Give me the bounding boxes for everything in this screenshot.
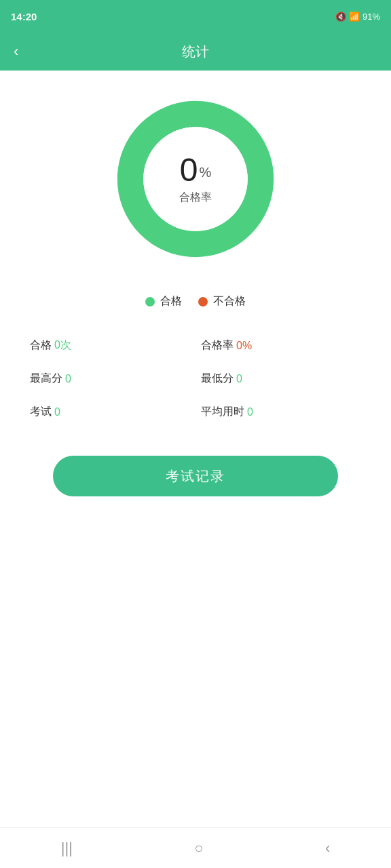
- percent-sign: %: [199, 164, 211, 179]
- legend-fail: 不合格: [198, 294, 246, 309]
- pass-label: 合格: [160, 294, 182, 309]
- fail-dot: [198, 297, 208, 307]
- pass-dot: [145, 297, 155, 307]
- percentage-value: 0: [180, 152, 198, 188]
- stat-pass-count: 合格 0次: [24, 329, 196, 362]
- stat-pass-rate: 合格率 0%: [196, 329, 367, 362]
- donut-center-text: 0% 合格率: [179, 154, 212, 205]
- fail-label: 不合格: [213, 294, 246, 309]
- exam-records-button[interactable]: 考试记录: [53, 456, 338, 496]
- status-icons: 🔇 📶 91%: [335, 12, 380, 22]
- back-button[interactable]: ‹: [14, 44, 18, 59]
- main-content: 0% 合格率 合格 不合格 合格 0次 合格率 0% 最高分 0 最低分: [0, 71, 391, 827]
- stats-grid: 合格 0次 合格率 0% 最高分 0 最低分 0 考试 0 平均用时 0: [24, 329, 367, 429]
- percent-label: 合格率: [179, 191, 212, 205]
- stat-exam-count: 考试 0: [24, 395, 196, 429]
- legend: 合格 不合格: [145, 294, 246, 309]
- mute-icon: 🔇: [335, 12, 346, 22]
- donut-chart: 0% 合格率: [114, 98, 277, 260]
- nav-bar: ‹ 统计: [0, 33, 391, 71]
- wifi-icon: 📶: [349, 12, 360, 22]
- page-title: 统计: [182, 43, 209, 61]
- legend-pass: 合格: [145, 294, 182, 309]
- battery-icon: 91%: [362, 12, 380, 22]
- stat-lowest-score: 最低分 0: [196, 362, 367, 395]
- bottom-nav-back[interactable]: ‹: [325, 840, 330, 857]
- bottom-nav-home[interactable]: ○: [194, 840, 203, 857]
- status-bar: 14:20 🔇 📶 91%: [0, 0, 391, 33]
- stat-avg-time: 平均用时 0: [196, 395, 367, 429]
- status-time: 14:20: [11, 11, 37, 22]
- bottom-nav-menu[interactable]: |||: [61, 840, 73, 857]
- stat-highest-score: 最高分 0: [24, 362, 196, 395]
- bottom-nav: ||| ○ ‹: [0, 827, 391, 868]
